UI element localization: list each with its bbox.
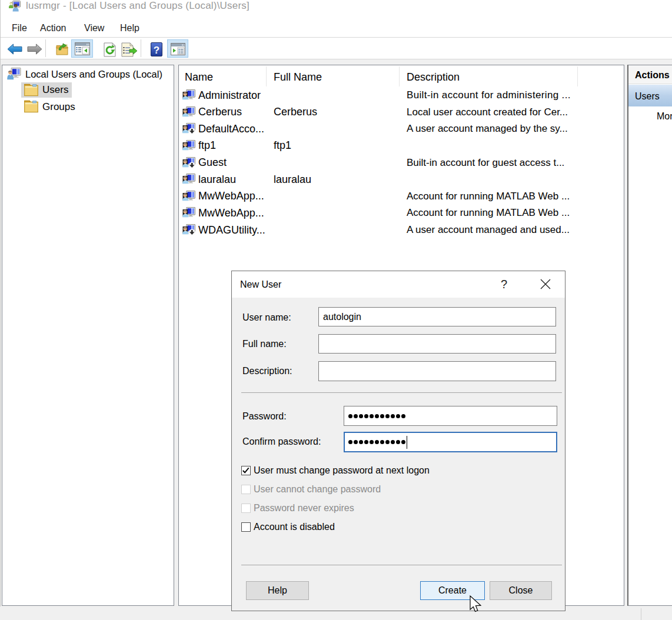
svg-text:?: ?: [154, 45, 159, 56]
